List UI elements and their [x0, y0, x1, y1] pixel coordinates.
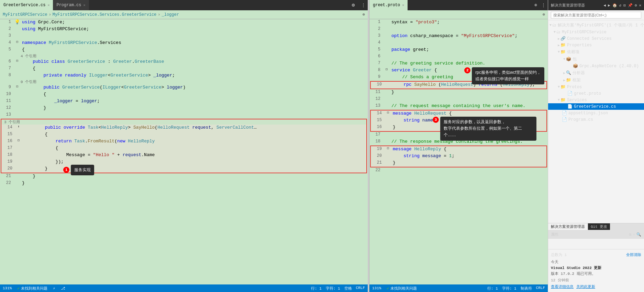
sidebar-item-grpc[interactable]: 📦 Grpc.AspNetCore (2.40.0) — [548, 63, 644, 69]
code-line-3: 3 — [0, 33, 368, 40]
tab-proto-close[interactable]: ✕ — [402, 3, 404, 7]
props-filter-icon[interactable]: ⚡ — [633, 232, 635, 237]
appsettings-icon: 📄 — [562, 110, 567, 116]
sidebar-item-greeter-service[interactable]: 📄 GreeterService.cs — [548, 103, 644, 110]
breadcrumb-part3[interactable]: _logger — [162, 12, 179, 17]
sidebar-item-frameworks[interactable]: ▶ 📁 框架 — [548, 77, 644, 84]
fw-collapse[interactable]: ▶ — [563, 78, 565, 82]
sidebar-item-program[interactable]: 📄 Program.cs — [548, 116, 644, 123]
sidebar-header: 解决方案资源管理器 ◀ ▶ 🏠 ↺ ⊟ 📌 ⚙ ✕ — [548, 0, 644, 10]
project-collapse[interactable]: ▼ — [554, 30, 556, 34]
right-code-editor[interactable]: 1 syntax = "proto3"; 2 3 option csharp_n… — [369, 19, 548, 284]
greeter-service-icon: 📄 — [567, 104, 573, 109]
sidebar-search-input[interactable] — [551, 12, 641, 19]
tab-program-close[interactable]: ✕ — [83, 3, 85, 7]
sidebar-item-analyzers[interactable]: ▶ 🔍 分析器 — [548, 69, 644, 77]
sidebar-item-connected-services[interactable]: ▶ 🔗 Connected Services — [548, 35, 644, 42]
tooltip-box-1: 服务实现 — [71, 165, 94, 175]
svc-collapse[interactable]: ▼ — [558, 98, 560, 102]
sidebar-item-packages[interactable]: ▼ 📦 包 — [548, 56, 644, 63]
solution-explorer-tab[interactable]: 解决方案资源管理器 — [548, 223, 588, 230]
props-search-icon[interactable]: 🔍 — [636, 232, 641, 237]
r-line-21: 21 } — [371, 160, 546, 167]
add-breadcrumb-btn[interactable]: ⊕ — [363, 12, 365, 17]
r-line-3: 3 option csharp_namespace = "MyFirstGRPC… — [369, 33, 548, 40]
properties-section-header[interactable]: 属性 ⊞ ⚡ 🔍 — [548, 230, 644, 239]
greet-proto-label: greet.proto — [574, 91, 601, 96]
services-label: Services — [567, 98, 587, 103]
prop-collapse[interactable]: ▶ — [558, 43, 560, 47]
code-line-16: 16 ⊟ return Task.FromResult(new HelloRep… — [1, 138, 366, 145]
sidebar-item-greet-proto[interactable]: 📄 greet.proto — [548, 90, 644, 97]
collapse-9[interactable]: ⊟ — [16, 84, 18, 89]
right-char: 字符: 1 — [502, 286, 517, 291]
project-item[interactable]: ▼ 🗂 MyFirstGRPCService — [548, 29, 644, 35]
cs-collapse[interactable]: ▶ — [558, 37, 560, 41]
right-status-icon: ✔ — [387, 286, 389, 291]
sidebar-forward-btn[interactable]: ▶ — [608, 3, 610, 8]
breadcrumb-part1[interactable]: MyFirstGRPCService — [3, 12, 47, 17]
solution-root[interactable]: ▼ 🗂 解决方案'MyFirstGRPC'(1 个项目/共 1 个) — [548, 22, 644, 29]
sidebar-collapse-btn[interactable]: ⊟ — [623, 3, 626, 8]
properties-icon: 📁 — [560, 43, 566, 48]
service-implementation-box: 3 个引用 14 ⬆ public override Task<HelloRep… — [1, 119, 367, 173]
collapse-r14[interactable]: ⊟ — [387, 110, 389, 115]
dep-collapse[interactable]: ▼ — [558, 50, 560, 54]
r-line-2: 2 — [369, 26, 548, 33]
sidebar-item-dependencies[interactable]: ▼ 📁 依赖项 — [548, 48, 644, 56]
right-add-breadcrumb[interactable]: ⊕ — [543, 12, 545, 17]
breadcrumb-part2[interactable]: MyFirstGRPCService.Services.GreeterServi… — [53, 12, 156, 17]
sidebar-refresh-btn[interactable]: ↺ — [619, 3, 622, 8]
protos-collapse[interactable]: ▼ — [558, 85, 560, 89]
right-add-tab[interactable]: ⊕ — [532, 2, 539, 8]
pkg-collapse[interactable]: ▼ — [563, 57, 565, 61]
notif-desc: 版本 17.0.2 现已可用。 — [551, 271, 641, 276]
sidebar-item-appsettings[interactable]: 📄 appsettings.json — [548, 110, 644, 116]
collapse-4[interactable]: ⊟ — [16, 40, 18, 44]
code-line-8: 8 private readonly ILogger<GreeterServic… — [0, 72, 368, 79]
notif-close-link[interactable]: 关闭此更新 — [576, 284, 595, 289]
r-line-20: 20 string message = 1; — [371, 153, 546, 160]
grpc-icon: 📦 — [573, 63, 578, 69]
r-line-6: 6 — [369, 54, 548, 60]
az-collapse[interactable]: ▶ — [563, 71, 565, 75]
collapse-r19[interactable]: ⊟ — [387, 146, 389, 150]
collapse-6[interactable]: ⊟ — [16, 59, 18, 63]
collapse-16[interactable]: ⊟ — [18, 138, 20, 142]
right-breadcrumb: ⊕ — [369, 10, 548, 19]
notif-detail-link[interactable]: 查看详细信息 — [551, 284, 574, 289]
props-sort-icon[interactable]: ⊞ — [629, 232, 632, 237]
left-status-text: 未找到相关问题 — [21, 286, 47, 291]
code-line-11: 11 _logger = logger; — [0, 98, 368, 105]
git-changes-tab[interactable]: Git 更改 — [588, 223, 610, 230]
dependencies-icon: 📁 — [560, 49, 566, 55]
code-line-20: 20 } — [1, 166, 366, 173]
notif-clear-all[interactable]: 全部清除 — [626, 252, 641, 257]
tab-greeter-service[interactable]: GreeterService.cs ✕ — [0, 0, 53, 10]
solution-collapse[interactable]: ▼ — [549, 23, 552, 27]
sidebar-item-protos[interactable]: ▼ 📁 Protos — [548, 84, 644, 90]
sidebar-close-btn[interactable]: ✕ — [639, 3, 641, 8]
sidebar-item-services[interactable]: ▼ 📁 Services — [548, 97, 644, 103]
editor-menu-button[interactable]: ⋮ — [359, 2, 368, 8]
r-line-5: 5 package greet; — [369, 47, 548, 54]
collapse-r8[interactable]: ⊟ — [386, 67, 388, 71]
right-zoom: 131% — [372, 286, 381, 290]
code-line-2: 2 using MyFirstGRPCService; — [0, 26, 368, 33]
left-code-editor[interactable]: 1 💡 using Grpc.Core; 2 using MyFirstGRPC… — [0, 19, 368, 284]
tab-greeter-close[interactable]: ✕ — [47, 3, 49, 7]
code-line-6: 6 ⊟ public class GreeterService : Greete… — [0, 59, 368, 66]
code-line-10: 10 { — [0, 91, 368, 98]
sidebar-pin-btn[interactable]: 📌 — [628, 3, 633, 8]
r-line-12: 12 — [369, 96, 548, 103]
sidebar-home-btn[interactable]: 🏠 — [612, 3, 617, 8]
dependencies-label: 依赖项 — [567, 49, 579, 55]
tab-program[interactable]: Program.cs ✕ — [53, 0, 89, 10]
add-tab-button[interactable]: ⊕ — [349, 2, 358, 9]
sidebar-settings-btn[interactable]: ⚙ — [635, 3, 637, 8]
right-menu-btn[interactable]: ⋮ — [539, 2, 548, 8]
sidebar-item-properties[interactable]: ▶ 📁 Properties — [548, 42, 644, 48]
ref-label-3: 3 个引用 — [1, 119, 366, 125]
tab-proto[interactable]: greet.proto ✕ — [369, 0, 408, 10]
sidebar-back-btn[interactable]: ◀ — [603, 3, 606, 8]
